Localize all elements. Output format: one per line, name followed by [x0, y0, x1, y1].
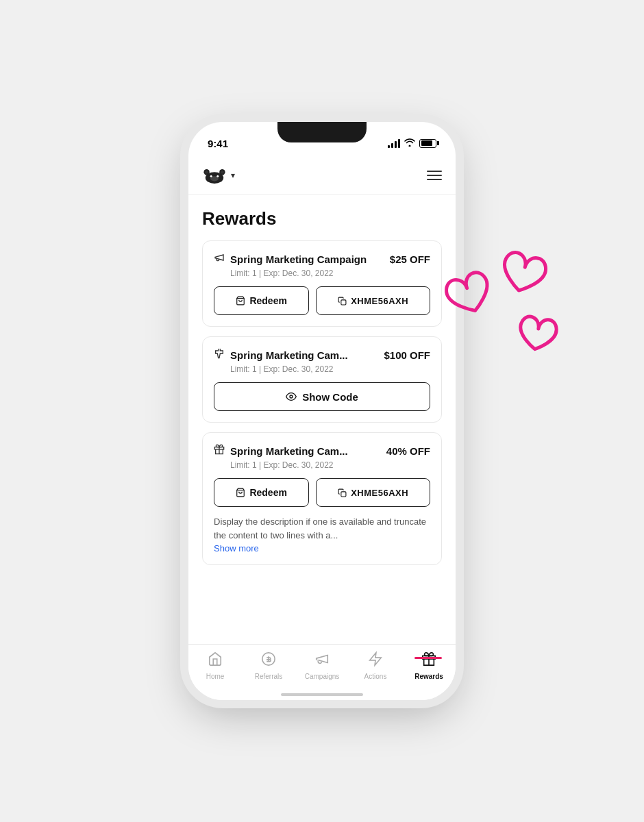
bear-logo-icon — [202, 167, 227, 184]
show-code-button[interactable]: Show Code — [214, 382, 430, 411]
app-nav: ▾ — [188, 156, 456, 195]
code-label-1: XHME56AXH — [351, 296, 408, 306]
reward-header-2: Spring Marketing Cam... $100 OFF — [214, 348, 430, 362]
hamburger-line-3 — [427, 179, 442, 180]
copy-icon-3 — [338, 488, 347, 497]
signal-bars-icon — [388, 139, 400, 148]
tab-actions[interactable]: Actions — [355, 651, 396, 680]
reward-description-3: Display the description if one is availa… — [214, 515, 430, 542]
svg-point-4 — [221, 170, 224, 173]
tab-rewards[interactable]: Rewards — [408, 651, 449, 680]
status-icons — [388, 138, 436, 149]
tab-referrals-label: Referrals — [255, 673, 283, 680]
lightning-icon — [368, 651, 383, 670]
megaphone-icon — [214, 252, 225, 266]
hamburger-menu-button[interactable] — [427, 171, 442, 180]
shopping-bag-icon — [236, 296, 245, 306]
svg-point-6 — [210, 175, 212, 177]
show-more-link[interactable]: Show more — [214, 543, 430, 553]
eye-icon — [286, 391, 297, 402]
svg-rect-9 — [341, 299, 346, 304]
home-indicator — [281, 693, 363, 696]
reward-title-row-3: Spring Marketing Cam... — [214, 444, 348, 458]
megaphone-tab-icon — [314, 651, 330, 670]
svg-rect-14 — [341, 491, 346, 496]
reward-header-3: Spring Marketing Cam... 40% OFF — [214, 444, 430, 458]
reward-meta-2: Limit: 1 | Exp: Dec. 30, 2022 — [214, 364, 430, 374]
tab-active-indicator — [414, 657, 442, 659]
svg-point-3 — [205, 170, 208, 173]
page-title: Rewards — [202, 195, 442, 240]
hamburger-line-2 — [427, 175, 442, 176]
tab-bar: Home Referrals Campaigns — [188, 644, 456, 700]
battery-icon — [419, 139, 436, 148]
home-icon — [208, 651, 223, 670]
copy-code-button-3[interactable]: XHME56AXH — [316, 478, 430, 507]
reward-name-1: Spring Marketing Campaign — [230, 253, 367, 265]
trophy-icon — [214, 348, 225, 362]
redeem-button-3[interactable]: Redeem — [214, 478, 309, 507]
reward-name-2: Spring Marketing Cam... — [230, 349, 348, 361]
reward-title-row-1: Spring Marketing Campaign — [214, 252, 367, 266]
redeem-label-3: Redeem — [249, 487, 286, 498]
copy-code-button-1[interactable]: XHME56AXH — [316, 286, 430, 315]
svg-point-7 — [216, 175, 219, 177]
main-content: Rewards Spring Marketing Campaign $25 OF… — [188, 195, 456, 644]
tab-campaigns[interactable]: Campaigns — [301, 651, 343, 680]
redeem-button-1[interactable]: Redeem — [214, 286, 309, 315]
reward-card-1: Spring Marketing Campaign $25 OFF Limit:… — [202, 240, 442, 327]
tab-rewards-label: Rewards — [414, 673, 443, 680]
copy-icon — [338, 297, 347, 306]
svg-point-10 — [290, 395, 293, 398]
tab-referrals[interactable]: Referrals — [248, 651, 289, 680]
phone-notch — [277, 122, 367, 142]
gift-tab-icon — [421, 651, 436, 670]
tab-actions-label: Actions — [364, 673, 387, 680]
reward-card-3: Spring Marketing Cam... 40% OFF Limit: 1… — [202, 432, 442, 565]
reward-actions-1: Redeem XHME56AXH — [214, 286, 430, 315]
reward-discount-3: 40% OFF — [386, 445, 430, 457]
reward-discount-1: $25 OFF — [390, 253, 430, 265]
tab-home-label: Home — [206, 673, 225, 680]
wifi-icon — [404, 138, 415, 149]
hearts-decoration — [435, 233, 572, 384]
reward-actions-2: Show Code — [214, 382, 430, 411]
show-code-label: Show Code — [302, 391, 358, 403]
tab-home[interactable]: Home — [195, 651, 236, 680]
status-time: 9:41 — [208, 138, 228, 149]
reward-discount-2: $100 OFF — [384, 349, 430, 361]
hamburger-line-1 — [427, 171, 442, 172]
tab-campaigns-label: Campaigns — [305, 673, 340, 680]
code-label-3: XHME56AXH — [351, 488, 408, 498]
reward-name-3: Spring Marketing Cam... — [230, 445, 348, 457]
reward-meta-1: Limit: 1 | Exp: Dec. 30, 2022 — [214, 269, 430, 278]
reward-card-2: Spring Marketing Cam... $100 OFF Limit: … — [202, 336, 442, 423]
dollar-circle-icon — [261, 651, 276, 670]
redeem-label-1: Redeem — [249, 295, 286, 306]
gift-icon — [214, 444, 225, 458]
svg-marker-17 — [370, 653, 382, 665]
reward-header-1: Spring Marketing Campaign $25 OFF — [214, 252, 430, 266]
reward-meta-3: Limit: 1 | Exp: Dec. 30, 2022 — [214, 460, 430, 470]
shopping-bag-icon-3 — [236, 488, 245, 497]
reward-title-row-2: Spring Marketing Cam... — [214, 348, 348, 362]
nav-logo: ▾ — [202, 167, 235, 184]
phone-shell: 9:41 — [188, 122, 456, 700]
nav-chevron-icon: ▾ — [231, 171, 235, 180]
reward-actions-3: Redeem XHME56AXH — [214, 478, 430, 507]
